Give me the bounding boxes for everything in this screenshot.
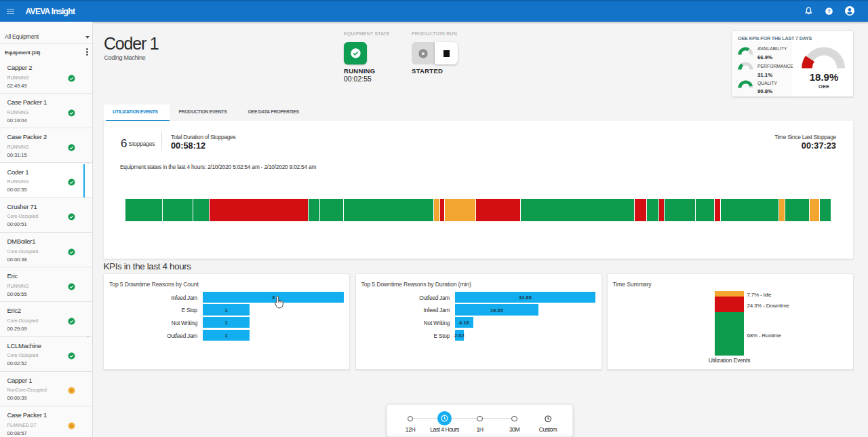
- svg-text:?: ?: [827, 8, 831, 14]
